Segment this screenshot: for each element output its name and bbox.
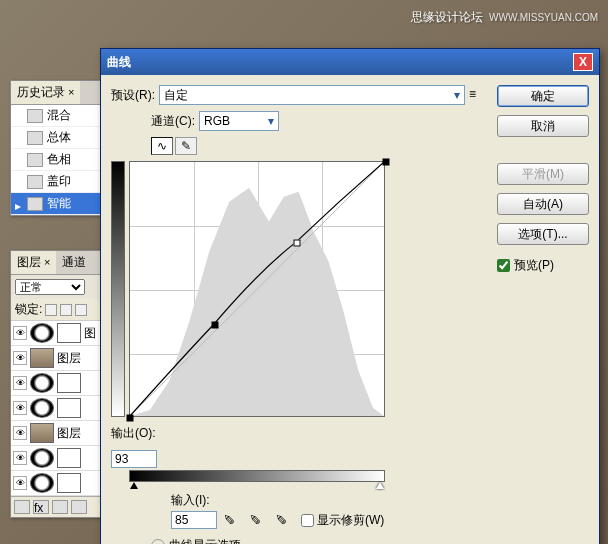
options-button[interactable]: 选项(T)... (497, 223, 589, 245)
preview-checkbox[interactable]: 预览(P) (497, 257, 589, 274)
white-eyedropper-icon[interactable] (275, 511, 295, 529)
eye-icon[interactable] (13, 326, 27, 340)
fx-icon[interactable]: fx (33, 500, 49, 514)
y-gradient (111, 161, 125, 417)
dialog-title: 曲线 (107, 54, 131, 71)
curve-point[interactable] (383, 159, 390, 166)
auto-button[interactable]: 自动(A) (497, 193, 589, 215)
mask-icon[interactable] (52, 500, 68, 514)
channel-select[interactable]: RGB▾ (199, 111, 279, 131)
channel-label: 通道(C): (151, 113, 195, 130)
lock-position-icon[interactable] (60, 304, 72, 316)
watermark: 思缘设计论坛WWW.MISSYUAN.COM (411, 8, 598, 26)
input-input[interactable] (171, 511, 217, 529)
curve-point[interactable] (127, 415, 134, 422)
black-eyedropper-icon[interactable] (223, 511, 243, 529)
close-button[interactable]: X (573, 53, 593, 71)
display-options-label[interactable]: 曲线显示选项 (169, 537, 241, 544)
lock-all-icon[interactable] (75, 304, 87, 316)
output-input[interactable] (111, 450, 157, 468)
preset-label: 预设(R): (111, 87, 155, 104)
eye-icon[interactable] (13, 476, 27, 490)
output-label: 输出(O): (111, 425, 156, 442)
lock-pixels-icon[interactable] (45, 304, 57, 316)
input-label: 输入(I): (171, 492, 210, 509)
tab-channels[interactable]: 通道 (56, 251, 92, 274)
curve-tool-icon[interactable]: ∿ (151, 137, 173, 155)
tab-layers[interactable]: 图层 × (11, 251, 56, 274)
eye-icon[interactable] (13, 351, 27, 365)
curve-point[interactable] (294, 240, 301, 247)
curve-line (130, 162, 384, 416)
white-point-slider[interactable] (376, 482, 384, 489)
blend-mode-select[interactable]: 正常 (15, 279, 85, 295)
curves-dialog: 曲线 X 预设(R): 自定▾ ≡ 通道(C): RGB▾ ∿ ✎ (100, 48, 600, 544)
tab-history[interactable]: 历史记录 × (11, 81, 80, 104)
cancel-button[interactable]: 取消 (497, 115, 589, 137)
adjustment-icon[interactable] (71, 500, 87, 514)
curve-point-selected[interactable] (212, 322, 219, 329)
black-point-slider[interactable] (130, 482, 138, 489)
svg-line-1 (130, 162, 384, 416)
eye-icon[interactable] (13, 426, 27, 440)
show-clipping-checkbox[interactable]: 显示修剪(W) (301, 512, 384, 529)
titlebar[interactable]: 曲线 X (101, 49, 599, 75)
pencil-tool-icon[interactable]: ✎ (175, 137, 197, 155)
ok-button[interactable]: 确定 (497, 85, 589, 107)
preset-select[interactable]: 自定▾ (159, 85, 465, 105)
preset-menu-icon[interactable]: ≡ (469, 87, 485, 103)
x-gradient[interactable] (129, 470, 385, 482)
chevron-down-icon[interactable]: ⌄ (151, 539, 165, 545)
eye-icon[interactable] (13, 401, 27, 415)
smooth-button: 平滑(M) (497, 163, 589, 185)
eye-icon[interactable] (13, 376, 27, 390)
eye-icon[interactable] (13, 451, 27, 465)
gray-eyedropper-icon[interactable] (249, 511, 269, 529)
curve-graph[interactable] (129, 161, 385, 417)
link-icon[interactable] (14, 500, 30, 514)
